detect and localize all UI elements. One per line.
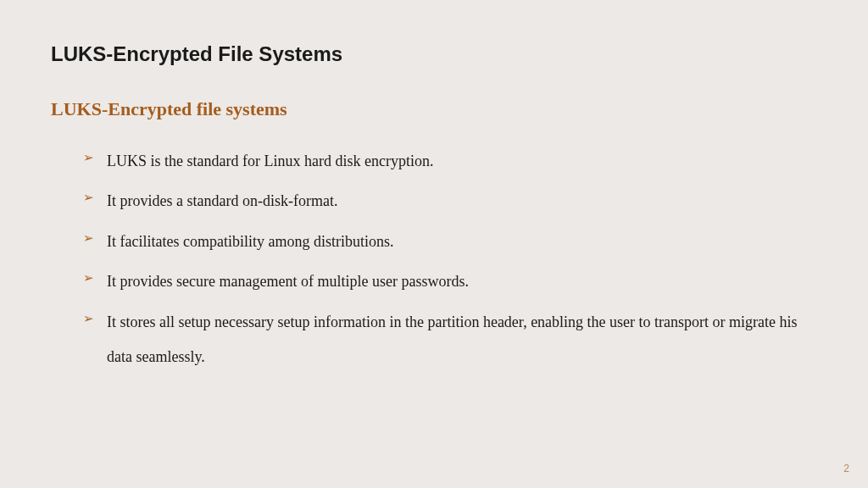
list-item: ➢ LUKS is the standard for Linux hard di… [83,144,817,179]
chevron-right-icon: ➢ [83,272,94,285]
bullet-list: ➢ LUKS is the standard for Linux hard di… [51,144,817,374]
chevron-right-icon: ➢ [83,313,94,325]
bullet-text: It facilitates compatibility among distr… [107,233,393,250]
slide-title: LUKS-Encrypted File Systems [51,42,817,66]
chevron-right-icon: ➢ [83,232,94,245]
list-item: ➢ It provides secure management of multi… [83,264,817,299]
slide-subtitle: LUKS-Encrypted file systems [51,98,817,120]
chevron-right-icon: ➢ [83,191,94,204]
bullet-text: It stores all setup necessary setup info… [107,313,798,365]
bullet-text: It provides secure management of multipl… [107,273,469,290]
bullet-text: LUKS is the standard for Linux hard disk… [107,152,433,169]
chevron-right-icon: ➢ [83,152,94,164]
slide: LUKS-Encrypted File Systems LUKS-Encrypt… [0,0,868,488]
list-item: ➢ It provides a standard on-disk-format. [83,184,817,219]
bullet-text: It provides a standard on-disk-format. [107,192,337,209]
list-item: ➢ It facilitates compatibility among dis… [83,225,817,259]
page-number: 2 [843,463,849,474]
list-item: ➢ It stores all setup necessary setup in… [83,305,817,375]
